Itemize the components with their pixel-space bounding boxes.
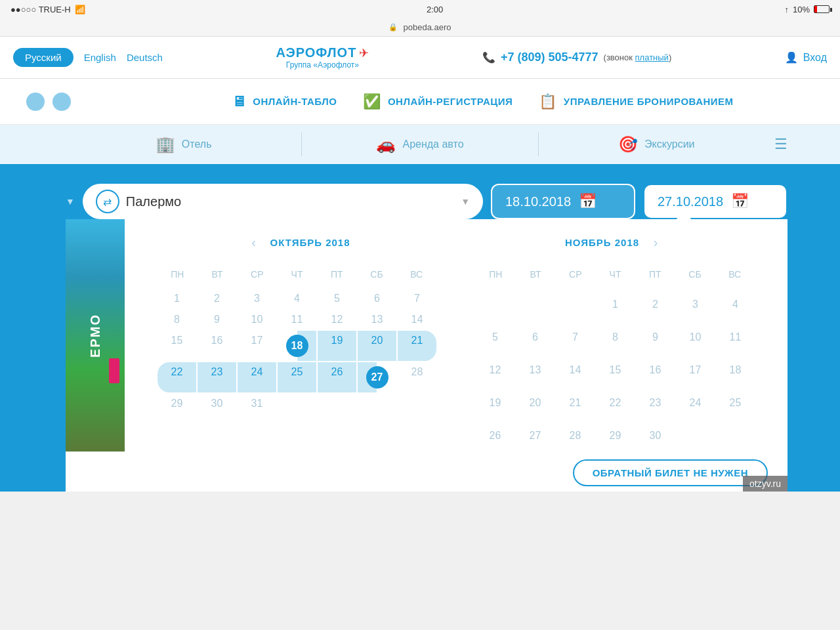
phone-number[interactable]: +7 (809) 505-4777 <box>501 51 598 64</box>
cal-day-28[interactable]: 28 <box>398 362 436 392</box>
destination-field[interactable]: ⇄ Палермо ▼ <box>83 184 483 219</box>
cal-day-31[interactable]: 31 <box>238 394 276 413</box>
cal-day-7[interactable]: 7 <box>398 289 436 308</box>
table-row[interactable]: 4 <box>716 289 755 320</box>
no-return-button[interactable]: ОБРАТНЫЙ БИЛЕТ НЕ НУЖЕН <box>573 459 768 486</box>
cal-day-23[interactable]: 23 <box>198 362 236 392</box>
lang-en-button[interactable]: English <box>84 52 116 63</box>
prev-month-button[interactable]: ‹ <box>243 232 263 252</box>
calendar-footer: ОБРАТНЫЙ БИЛЕТ НЕ НУЖЕН <box>66 452 788 492</box>
cal-day-16[interactable]: 16 <box>198 331 236 361</box>
table-row[interactable]: 27 <box>516 420 555 452</box>
cal-day-20[interactable]: 20 <box>358 331 396 361</box>
table-row[interactable]: 10 <box>676 322 715 353</box>
cal-day-11[interactable]: 11 <box>278 310 316 329</box>
october-grid: 1234567891011121314151617181920212223242… <box>158 289 436 413</box>
table-row[interactable]: 30 <box>636 420 675 452</box>
excursions-tab[interactable]: 🎯 Экскурсии <box>539 135 774 154</box>
cal-day-10[interactable]: 10 <box>238 310 276 329</box>
table-row[interactable]: 1 <box>596 289 635 320</box>
table-row[interactable]: 8 <box>596 322 635 353</box>
paid-link[interactable]: платный <box>635 52 669 62</box>
online-checkin-item[interactable]: ✅ ОНЛАЙН-РЕГИСТРАЦИЯ <box>363 93 513 110</box>
arrow-icon: ↑ <box>784 5 789 14</box>
cal-day-6[interactable]: 6 <box>358 289 396 308</box>
cal-day-21[interactable]: 21 <box>398 331 436 361</box>
online-board-item[interactable]: 🖥 ОНЛАЙН-ТАБЛО <box>232 93 337 110</box>
cal-day-1[interactable]: 1 <box>158 289 196 308</box>
car-rental-tab[interactable]: 🚗 Аренда авто <box>302 135 537 154</box>
cal-day-9[interactable]: 9 <box>198 310 236 329</box>
day-thu-nov: ЧТ <box>595 265 635 284</box>
table-row[interactable]: 22 <box>596 387 635 419</box>
table-row[interactable]: 20 <box>516 387 555 419</box>
cal-day-18[interactable]: 18 <box>278 331 316 361</box>
more-button[interactable]: ☰ <box>774 136 788 153</box>
table-row[interactable]: 7 <box>556 322 595 353</box>
cal-day-24[interactable]: 24 <box>238 362 276 392</box>
date-to-field[interactable]: 27.10.2018 📅 <box>643 184 788 219</box>
cal-day-14[interactable]: 14 <box>398 310 436 329</box>
table-row[interactable]: 18 <box>716 354 755 386</box>
table-row[interactable]: 11 <box>716 322 755 353</box>
cal-day-12[interactable]: 12 <box>318 310 356 329</box>
hotel-tab[interactable]: 🏢 Отель <box>66 135 301 154</box>
monitor-icon: 🖥 <box>232 93 247 110</box>
lang-ru-button[interactable]: Русский <box>13 48 74 67</box>
table-row[interactable]: 26 <box>476 420 514 452</box>
cal-day-2[interactable]: 2 <box>198 289 236 308</box>
cal-day-19[interactable]: 19 <box>318 331 356 361</box>
cal-day-5[interactable]: 5 <box>318 289 356 308</box>
cal-day-26[interactable]: 26 <box>318 362 356 392</box>
nav-bar: Русский English Deutsch АЭРОФЛОТ ✈ Групп… <box>0 37 840 79</box>
table-row[interactable]: 19 <box>476 387 514 419</box>
cal-day-30[interactable]: 30 <box>198 394 236 413</box>
table-row[interactable]: 28 <box>556 420 595 452</box>
logo-subtext: Группа «Аэрофлот» <box>286 60 359 70</box>
cal-day-17[interactable]: 17 <box>238 331 276 361</box>
table-row[interactable]: 25 <box>716 387 755 419</box>
cal-day-15[interactable]: 15 <box>158 331 196 361</box>
dropdown-arrow-left[interactable]: ▼ <box>66 196 75 207</box>
table-row[interactable]: 21 <box>556 387 595 419</box>
booking-management-item[interactable]: 📋 УПРАВЛЕНИЕ БРОНИРОВАНИЕМ <box>539 93 733 110</box>
table-row[interactable]: 17 <box>676 354 715 386</box>
swap-button[interactable]: ⇄ <box>96 190 119 213</box>
cal-day-27[interactable]: 27 <box>358 362 396 392</box>
cal-day-25[interactable]: 25 <box>278 362 316 392</box>
table-row[interactable]: 6 <box>516 322 555 353</box>
battery-pct: 10% <box>793 5 810 14</box>
login-button[interactable]: 👤 Вход <box>785 51 827 64</box>
cal-day-3[interactable]: 3 <box>238 289 276 308</box>
cal-day-8[interactable]: 8 <box>158 310 196 329</box>
day-tue-nov: ВТ <box>516 265 556 284</box>
table-row[interactable]: 5 <box>476 322 514 353</box>
cal-day-4[interactable]: 4 <box>278 289 316 308</box>
table-row[interactable]: 9 <box>636 322 675 353</box>
table-row[interactable]: 15 <box>596 354 635 386</box>
cal-day-13[interactable]: 13 <box>358 310 396 329</box>
cal-day-29[interactable]: 29 <box>158 394 196 413</box>
table-row[interactable]: 12 <box>476 354 514 386</box>
table-row[interactable]: 29 <box>596 420 635 452</box>
date-from-field[interactable]: 18.10.2018 📅 <box>491 184 635 219</box>
pink-marker <box>109 358 119 383</box>
status-bar: ●●○○○ TRUE-H 📶 2:00 ↑ 10% <box>0 0 840 18</box>
day-sun-nov: ВС <box>715 265 755 284</box>
lang-de-button[interactable]: Deutsch <box>127 52 163 63</box>
table-row <box>476 289 514 320</box>
cal-day-22[interactable]: 22 <box>158 362 196 392</box>
table-row[interactable]: 3 <box>676 289 715 320</box>
car-icon: 🚗 <box>376 135 396 154</box>
next-month-button[interactable]: › <box>646 232 665 252</box>
table-row[interactable]: 14 <box>556 354 595 386</box>
table-row[interactable]: 23 <box>636 387 675 419</box>
table-row[interactable]: 16 <box>636 354 675 386</box>
table-row[interactable]: 2 <box>636 289 675 320</box>
table-row[interactable]: 24 <box>676 387 715 419</box>
phone-icon: 📞 <box>482 51 495 64</box>
november-title: НОЯБРЬ 2018 <box>565 237 639 248</box>
carrier-text: ●●○○○ TRUE-H <box>10 5 71 14</box>
table-row[interactable]: 13 <box>516 354 555 386</box>
day-sat-nov: СБ <box>675 265 715 284</box>
